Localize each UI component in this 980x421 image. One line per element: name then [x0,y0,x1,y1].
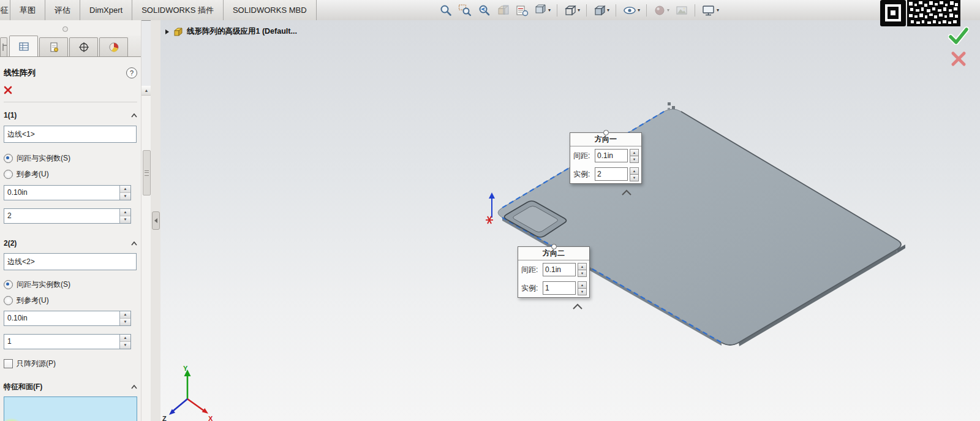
spinner-down-icon[interactable]: ▼ [630,175,639,181]
count-spinner[interactable]: ▲▼ [119,335,130,349]
tab-addins[interactable]: SOLIDWORKS 插件 [132,0,224,20]
spinner-down-icon[interactable]: ▼ [630,156,639,163]
previous-view-button[interactable] [477,3,491,18]
scrollbar-up-arrow-icon[interactable]: ▲ [141,86,151,96]
section-view-button[interactable] [496,3,510,18]
spinner-down-icon[interactable]: ▼ [578,289,587,295]
tab-featuremanager-tree[interactable] [0,37,7,56]
hide-show-caret-icon[interactable]: ▾ [638,8,640,13]
edit-appearance-caret-icon[interactable]: ▾ [667,8,669,13]
direction1-edge-field[interactable]: 边线<1> [4,126,137,143]
feature-tree-breadcrumb[interactable]: 线形阵列的高级应用1 (Default... [165,26,297,37]
spacing-spinner[interactable]: ▲▼ [119,311,130,325]
tab-displaymanager[interactable] [99,37,128,56]
direction1-count-callout-input[interactable]: 2 [595,167,628,181]
zoom-to-area-button[interactable] [458,3,472,18]
radio-selected-icon[interactable] [4,154,13,163]
direction2-edge-field[interactable]: 边线<2> [4,253,137,270]
direction2-uptoref-option[interactable]: 到参考(U) [4,295,137,306]
direction1-uptoref-option[interactable]: 到参考(U) [4,169,137,180]
radio-selected-icon[interactable] [4,280,13,289]
spacing-spinner[interactable]: ▲▼ [578,263,587,276]
direction2-count-callout-input[interactable]: 1 [543,281,576,295]
direction2-collapse-chevron-icon[interactable] [572,303,583,310]
spinner-up-icon[interactable]: ▲ [578,263,587,270]
spinner-down-icon[interactable]: ▼ [120,216,130,223]
view-orientation-button[interactable]: ▾ [563,3,581,18]
spinner-up-icon[interactable]: ▲ [120,311,130,319]
panel-top-splitter[interactable] [0,20,141,36]
cancel-x-button[interactable] [951,51,967,67]
display-style-caret-icon[interactable]: ▾ [607,8,609,13]
count-spinner[interactable]: ▲▼ [630,167,639,181]
collapse-chevron-icon[interactable] [131,241,137,246]
radio-unselected-icon[interactable] [4,170,13,179]
direction1-spacing-callout-input[interactable]: 0.1in [595,149,628,162]
cancel-button[interactable] [4,86,12,94]
tab-sketch[interactable]: 草图 [10,0,45,20]
spinner-up-icon[interactable]: ▲ [120,335,130,342]
dynamic-annotation-button[interactable] [514,3,529,18]
features-faces-group-header[interactable]: 特征和面(F) [4,382,137,392]
count-value[interactable]: 1 [4,335,119,349]
tab-features[interactable]: 特征 [0,0,10,20]
tab-evaluate[interactable]: 评估 [45,0,80,20]
spinner-down-icon[interactable]: ▼ [120,193,130,200]
tab-mbd[interactable]: SOLIDWORKS MBD [224,0,317,20]
spinner-down-icon[interactable]: ▼ [120,342,130,349]
direction1-spacing-input[interactable]: 0.10in ▲▼ [4,185,131,200]
spinner-up-icon[interactable]: ▲ [630,167,639,175]
count-spinner[interactable]: ▲▼ [119,209,130,223]
pattern-seed-only-option[interactable]: 只阵列源(P) [4,358,137,368]
checkbox-unchecked-icon[interactable] [4,359,13,368]
spacing-spinner[interactable]: ▲▼ [119,186,130,200]
view-settings-caret-icon[interactable]: ▾ [717,8,719,13]
view-selector-button[interactable]: ▾ [533,3,551,18]
features-selection-listbox[interactable] [4,396,137,421]
direction1-callout[interactable]: 方向一 间距: 0.1in ▲▼ 实例: 2 ▲▼ [570,132,642,184]
view-selector-caret-icon[interactable]: ▾ [548,8,551,13]
edit-appearance-button[interactable]: ▾ [652,3,670,18]
spacing-spinner[interactable]: ▲▼ [630,149,639,162]
spacing-value[interactable]: 0.10in [4,311,119,325]
count-spinner[interactable]: ▲▼ [578,281,587,295]
view-orientation-caret-icon[interactable]: ▾ [578,8,580,13]
direction2-callout[interactable]: 方向二 间距: 0.1in ▲▼ 实例: 1 ▲▼ [518,246,590,298]
direction2-spacing-input[interactable]: 0.10in ▲▼ [4,311,131,326]
spinner-up-icon[interactable]: ▲ [120,209,130,216]
panel-splitter[interactable] [151,20,161,421]
tab-configurationmanager[interactable] [39,37,68,56]
collapse-chevron-icon[interactable] [131,385,137,389]
direction1-collapse-chevron-icon[interactable] [621,189,632,196]
display-style-button[interactable]: ▾ [592,3,610,18]
splitter-collapse-handle[interactable] [152,211,160,230]
tab-propertymanager[interactable] [9,36,38,56]
zoom-to-fit-button[interactable] [439,3,453,18]
collapse-chevron-icon[interactable] [131,113,137,118]
direction2-spacing-callout-input[interactable]: 0.1in [543,263,576,276]
direction1-spacing-option[interactable]: 间距与实例数(S) [4,153,137,164]
spinner-up-icon[interactable]: ▲ [630,149,639,156]
hide-show-items-button[interactable]: ▾ [622,3,641,18]
panel-scrollbar[interactable]: ▲ [141,86,151,421]
spacing-value[interactable]: 0.10in [4,186,119,200]
direction2-count-input[interactable]: 1 ▲▼ [4,334,131,349]
graphics-viewport[interactable]: 线形阵列的高级应用1 (Default... [160,20,980,421]
expand-arrow-icon[interactable] [165,29,169,34]
ok-check-button[interactable] [948,26,969,45]
tab-dimxpertmanager[interactable] [69,37,98,56]
callout-handle-icon[interactable] [603,130,609,135]
callout-handle-icon[interactable] [551,244,557,249]
direction2-group-header[interactable]: 2(2) [4,238,137,248]
direction1-count-input[interactable]: 2 ▲▼ [4,208,131,224]
spinner-down-icon[interactable]: ▼ [120,319,130,325]
apply-scene-button[interactable] [674,3,689,18]
radio-unselected-icon[interactable] [4,296,13,305]
direction1-group-header[interactable]: 1(1) [4,110,137,121]
spinner-down-icon[interactable]: ▼ [578,270,587,277]
scrollbar-thumb[interactable] [143,150,151,195]
count-value[interactable]: 2 [4,209,119,223]
spinner-up-icon[interactable]: ▲ [578,281,587,289]
direction2-spacing-option[interactable]: 间距与实例数(S) [4,279,137,290]
view-settings-button[interactable]: ▾ [701,3,720,18]
